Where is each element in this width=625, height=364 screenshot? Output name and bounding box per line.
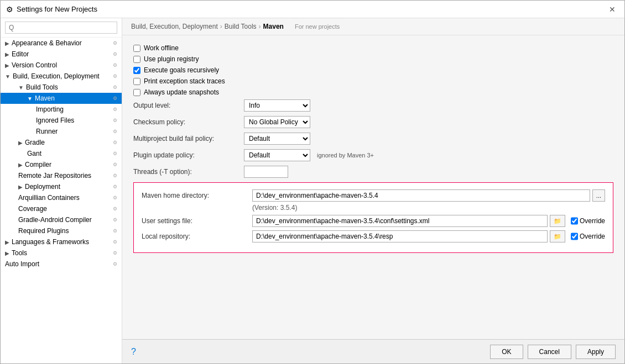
expand-arrow-languages: ▶ [5,239,9,245]
sidebar-item-version-control[interactable]: ▶ Version Control ⚙ [1,60,122,71]
sidebar-label-maven: Maven [35,94,113,102]
search-input[interactable] [5,22,117,34]
settings-icon-vc: ⚙ [113,62,117,68]
always-update-label[interactable]: Always update snapshots [144,88,219,96]
plugin-update-note: ignored by Maven 3+ [317,152,374,159]
settings-icon-arquillian: ⚙ [113,195,117,201]
sidebar-item-ignored-files[interactable]: Ignored Files ⚙ [1,115,122,126]
always-update-checkbox[interactable] [133,89,140,96]
sidebar-item-arquillian[interactable]: Arquillian Containers ⚙ [1,192,122,203]
plugin-update-select[interactable]: Default Force Update Do Not Update [244,149,310,161]
sidebar-item-required-plugins[interactable]: Required Plugins ⚙ [1,225,122,236]
breadcrumb: Build, Execution, Deployment › Build Too… [122,18,624,35]
user-settings-browse-button[interactable]: 📁 [550,215,565,227]
sidebar-item-gant[interactable]: Gant ⚙ [1,148,122,159]
settings-icon-appearance: ⚙ [113,40,117,46]
sidebar-item-languages[interactable]: ▶ Languages & Frameworks ⚙ [1,236,122,247]
settings-icon-importing: ⚙ [113,107,117,112]
checkbox-use-plugin-registry: Use plugin registry [133,55,613,63]
sidebar-label-required-plugins: Required Plugins [18,227,113,235]
user-settings-row: User settings file: 📁 Override [142,215,605,227]
sidebar-label-runner: Runner [36,128,113,135]
settings-icon-tools: ⚙ [113,250,117,256]
work-offline-checkbox[interactable] [133,45,140,52]
work-offline-label[interactable]: Work offline [144,44,179,52]
user-settings-wrap: 📁 Override [252,215,605,227]
settings-icon-build-tools: ⚙ [113,85,117,90]
print-exception-checkbox[interactable] [133,78,140,85]
local-repo-override-label[interactable]: Override [580,233,605,240]
search-bar[interactable] [1,18,122,38]
sidebar-item-compiler[interactable]: ▶ Compiler ⚙ [1,159,122,170]
sidebar-item-build-exec[interactable]: ▼ Build, Execution, Deployment ⚙ [1,71,122,82]
ok-button[interactable]: OK [490,345,523,359]
breadcrumb-current: Maven [263,23,284,30]
local-repo-label: Local repository: [142,233,252,240]
main-content: ▶ Appearance & Behavior ⚙ ▶ Editor ⚙ ▶ V… [1,18,624,363]
sidebar-item-build-tools[interactable]: ▼ Build Tools ⚙ [1,82,122,93]
sidebar-label-coverage: Coverage [18,205,113,213]
sidebar-item-deployment[interactable]: ▶ Deployment ⚙ [1,181,122,192]
settings-content: Work offline Use plugin registry Execute… [122,35,624,339]
checksum-policy-select[interactable]: No Global Policy Warn Fail Ignore [244,116,310,128]
print-exception-label[interactable]: Print exception stack traces [144,77,225,85]
local-repo-override-checkbox[interactable] [571,230,578,242]
cancel-button[interactable]: Cancel [528,345,571,359]
checkbox-work-offline: Work offline [133,44,613,52]
sidebar-label-ignored: Ignored Files [36,117,113,124]
sidebar-label-vc: Version Control [12,61,113,69]
local-repo-wrap: 📁 Override [252,230,605,242]
help-icon[interactable]: ? [131,347,136,356]
sidebar-item-runner[interactable]: Runner ⚙ [1,126,122,137]
sidebar-item-tools[interactable]: ▶ Tools ⚙ [1,247,122,259]
apply-button[interactable]: Apply [576,345,616,359]
sidebar-label-build-exec: Build, Execution, Deployment [13,72,113,80]
close-button[interactable]: ✕ [606,4,619,15]
sidebar-item-importing[interactable]: Importing ⚙ [1,104,122,115]
sidebar-item-gradle-android[interactable]: Gradle-Android Compiler ⚙ [1,214,122,225]
settings-icon-runner: ⚙ [113,129,117,134]
plugin-update-control: Default Force Update Do Not Update ignor… [244,149,613,161]
settings-icon-gradle-android: ⚙ [113,217,117,223]
sidebar-label-languages: Languages & Frameworks [12,238,113,246]
user-settings-override-label[interactable]: Override [580,217,605,225]
sidebar-item-coverage[interactable]: Coverage ⚙ [1,203,122,214]
checksum-policy-row: Checksum policy: No Global Policy Warn F… [133,116,613,128]
output-level-control: Info Debug Warn Error [244,99,613,112]
sidebar-label-gradle: Gradle [25,139,113,146]
sidebar: ▶ Appearance & Behavior ⚙ ▶ Editor ⚙ ▶ V… [1,18,122,363]
breadcrumb-part2: Build Tools [225,23,257,30]
maven-home-label: Maven home directory: [142,192,252,199]
maven-config-section: Maven home directory: ... (Version: 3.5.… [133,182,613,253]
expand-arrow-tools: ▼ [18,85,24,91]
local-repo-browse-button[interactable]: 📁 [550,230,565,242]
use-plugin-registry-checkbox[interactable] [133,56,140,63]
user-settings-label: User settings file: [142,217,252,225]
plugin-update-label: Plugin update policy: [133,151,244,159]
sidebar-label-compiler: Compiler [25,161,113,168]
multiproject-policy-select[interactable]: Default Never At End Always [244,133,310,145]
maven-home-input[interactable] [252,189,590,202]
sidebar-item-gradle[interactable]: ▶ Gradle ⚙ [1,137,122,148]
footer-left: ? [131,347,486,357]
sidebar-item-editor[interactable]: ▶ Editor ⚙ [1,49,122,60]
sidebar-label-remote-jar: Remote Jar Repositories [18,172,113,180]
sidebar-item-maven[interactable]: ▼ Maven ⚙ [1,93,122,104]
user-settings-input[interactable] [252,215,548,227]
settings-icon-ignored: ⚙ [113,118,117,123]
sidebar-item-remote-jar[interactable]: Remote Jar Repositories ⚙ [1,170,122,181]
checkbox-print-exception: Print exception stack traces [133,77,613,85]
use-plugin-label[interactable]: Use plugin registry [144,55,199,63]
sidebar-item-appearance[interactable]: ▶ Appearance & Behavior ⚙ [1,38,122,49]
output-level-select[interactable]: Info Debug Warn Error [244,99,310,112]
expand-arrow-vc: ▶ [5,62,9,68]
user-settings-override-checkbox[interactable] [571,215,578,227]
execute-goals-checkbox[interactable] [133,67,140,74]
threads-input[interactable] [244,166,288,178]
maven-home-browse-button[interactable]: ... [592,189,605,202]
breadcrumb-part1: Build, Execution, Deployment [131,23,218,30]
sidebar-item-auto-import[interactable]: Auto Import ⚙ [1,259,122,270]
local-repo-input[interactable] [252,230,548,242]
maven-home-row: Maven home directory: ... [142,189,605,202]
execute-goals-label[interactable]: Execute goals recursively [144,66,219,74]
